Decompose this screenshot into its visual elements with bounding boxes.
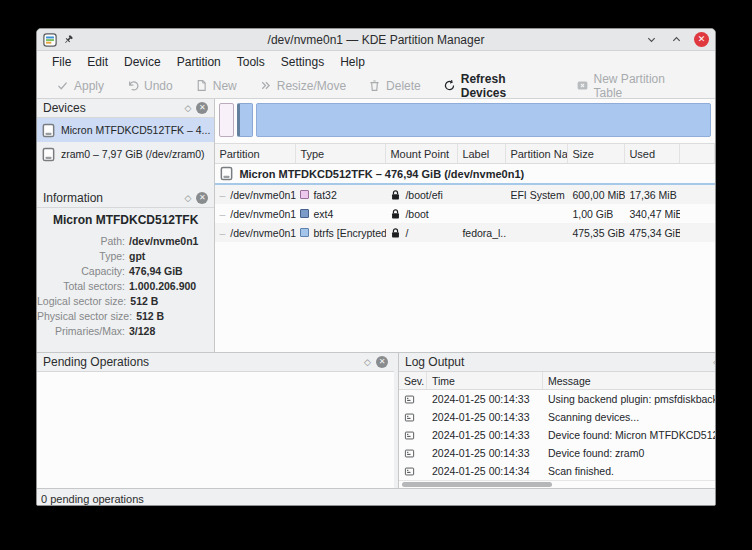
log-column-time[interactable]: Time bbox=[427, 372, 543, 389]
double-chevron-icon bbox=[259, 79, 272, 92]
fs-color-swatch bbox=[300, 209, 309, 218]
partition-table: Partition Type Mount Point Label Partiti… bbox=[215, 143, 715, 352]
info-severity-icon bbox=[399, 426, 427, 444]
log-column-message[interactable]: Message bbox=[543, 372, 716, 389]
info-value: 512 B bbox=[136, 310, 164, 322]
column-header-partition[interactable]: Partition bbox=[215, 144, 296, 163]
trash-icon bbox=[368, 79, 381, 92]
toolbar: Apply Undo New Resize/Move Delete Refres… bbox=[37, 73, 715, 99]
tree-branch: – bbox=[219, 227, 225, 239]
lock-icon bbox=[390, 189, 401, 201]
pending-operations-header: Pending Operations ◇ ✕ bbox=[37, 353, 394, 372]
log-row[interactable]: 2024-01-25 00:14:33 Device found: zram0 bbox=[399, 444, 716, 462]
column-header-size[interactable]: Size bbox=[568, 144, 625, 163]
new-partition-table-button[interactable]: New Partition Table bbox=[567, 70, 705, 102]
pin-icon[interactable] bbox=[63, 34, 74, 45]
menu-help[interactable]: Help bbox=[333, 53, 372, 71]
device-item-zram0[interactable]: zram0 – 7,97 GiB (/dev/zram0) bbox=[37, 142, 214, 166]
info-label: Total sectors: bbox=[37, 280, 129, 292]
overview-segment-ext4[interactable] bbox=[237, 103, 253, 137]
undo-button[interactable]: Undo bbox=[117, 77, 182, 95]
menu-settings[interactable]: Settings bbox=[274, 53, 331, 71]
log-row[interactable]: 2024-01-25 00:14:33 Using backend plugin… bbox=[399, 390, 716, 408]
info-label: Primaries/Max: bbox=[37, 325, 129, 337]
pending-operations-title: Pending Operations bbox=[43, 355, 149, 369]
log-table: Sev. Time Message 2024-01-25 00:14:33 Us… bbox=[399, 372, 716, 488]
info-value: 476,94 GiB bbox=[129, 265, 183, 277]
log-row[interactable]: 2024-01-25 00:14:34 Scan finished. bbox=[399, 462, 716, 480]
fs-color-swatch bbox=[300, 228, 309, 237]
pending-operations-panel: Pending Operations ◇ ✕ bbox=[37, 353, 394, 488]
lock-icon bbox=[390, 208, 401, 220]
pending-operations-list[interactable] bbox=[37, 372, 394, 488]
column-header-partition-name[interactable]: Partition Nam bbox=[506, 144, 568, 163]
column-header-label[interactable]: Label bbox=[458, 144, 506, 163]
device-item-micron[interactable]: Micron MTFDKCD512TFK – 4... bbox=[37, 118, 214, 142]
menu-edit[interactable]: Edit bbox=[80, 53, 115, 71]
log-hscrollbar[interactable] bbox=[402, 482, 552, 487]
devices-panel-header: Devices ◇ ✕ bbox=[37, 99, 214, 118]
log-output-header: Log Output ◇ ✕ bbox=[399, 353, 716, 372]
status-text: 0 pending operations bbox=[41, 493, 144, 505]
float-dock-icon[interactable]: ◇ bbox=[184, 104, 191, 113]
info-severity-icon bbox=[399, 444, 427, 462]
log-table-header: Sev. Time Message bbox=[399, 372, 716, 390]
devices-panel-title: Devices bbox=[43, 101, 86, 115]
close-dock-icon[interactable]: ✕ bbox=[196, 192, 208, 204]
menu-device[interactable]: Device bbox=[117, 53, 168, 71]
device-group-row[interactable]: Micron MTFDKCD512TFK – 476,94 GiB (/dev/… bbox=[215, 164, 715, 185]
partition-table-header: Partition Type Mount Point Label Partiti… bbox=[215, 143, 715, 164]
disk-view: Partition Type Mount Point Label Partiti… bbox=[215, 99, 715, 352]
refresh-icon bbox=[443, 79, 456, 92]
close-icon[interactable]: ✕ bbox=[694, 32, 709, 47]
log-row[interactable]: 2024-01-25 00:14:33 Device found: Micron… bbox=[399, 426, 716, 444]
info-label: Physical sector size: bbox=[37, 310, 136, 322]
titlebar[interactable]: /dev/nvme0n1 — KDE Partition Manager ✕ bbox=[37, 29, 715, 51]
column-header-mount-point[interactable]: Mount Point bbox=[386, 144, 458, 163]
lock-icon bbox=[390, 227, 401, 239]
float-dock-icon[interactable]: ◇ bbox=[184, 194, 191, 203]
column-header-used[interactable]: Used bbox=[625, 144, 680, 163]
left-dock-column: Devices ◇ ✕ Micron MTFDKCD512TFK – 4... … bbox=[37, 99, 215, 352]
float-dock-icon[interactable]: ◇ bbox=[364, 358, 371, 367]
document-icon bbox=[195, 79, 208, 92]
column-header-empty[interactable] bbox=[680, 144, 715, 163]
partition-row-boot[interactable]: –/dev/nvme0n1... ext4 /boot 1,00 GiB 340… bbox=[215, 204, 715, 223]
overview-segment-btrfs[interactable] bbox=[256, 103, 711, 137]
status-bar: 0 pending operations bbox=[37, 488, 715, 506]
bottom-dock-row: Pending Operations ◇ ✕ Log Output ◇ ✕ Se… bbox=[37, 352, 715, 488]
overview-segment-fat32[interactable] bbox=[219, 103, 234, 137]
apply-button[interactable]: Apply bbox=[47, 77, 113, 95]
minimize-icon[interactable] bbox=[644, 32, 659, 47]
log-column-severity[interactable]: Sev. bbox=[399, 372, 427, 389]
new-button[interactable]: New bbox=[186, 77, 246, 95]
maximize-icon[interactable] bbox=[669, 32, 684, 47]
column-header-type[interactable]: Type bbox=[296, 144, 386, 163]
log-row[interactable]: 2024-01-25 00:14:33 Scanning devices... bbox=[399, 408, 716, 426]
menu-tools[interactable]: Tools bbox=[230, 53, 272, 71]
info-value: gpt bbox=[129, 250, 145, 262]
refresh-devices-button[interactable]: Refresh Devices bbox=[434, 70, 563, 102]
fs-color-swatch bbox=[300, 190, 309, 199]
desktop-background: /dev/nvme0n1 — KDE Partition Manager ✕ F… bbox=[0, 0, 752, 550]
resize-move-button[interactable]: Resize/Move bbox=[250, 77, 355, 95]
log-hscrollbar-track[interactable] bbox=[399, 480, 716, 488]
delete-button[interactable]: Delete bbox=[359, 77, 430, 95]
close-dock-icon[interactable]: ✕ bbox=[376, 356, 388, 368]
info-row: Primaries/Max:3/128 bbox=[37, 323, 214, 338]
menu-partition[interactable]: Partition bbox=[170, 53, 228, 71]
information-panel: Information ◇ ✕ Micron MTFDKCD512TFK Pat… bbox=[37, 189, 214, 352]
close-dock-icon[interactable]: ✕ bbox=[196, 102, 208, 114]
partition-row-root[interactable]: –/dev/nvme0n1... btrfs [Encrypted] / fed… bbox=[215, 223, 715, 242]
app-icon bbox=[43, 33, 57, 47]
float-dock-icon[interactable]: ◇ bbox=[713, 358, 716, 367]
device-group-label: Micron MTFDKCD512TFK – 476,94 GiB (/dev/… bbox=[239, 168, 524, 180]
menu-file[interactable]: File bbox=[45, 53, 78, 71]
window-title: /dev/nvme0n1 — KDE Partition Manager bbox=[37, 33, 715, 47]
kde-partition-manager-window: /dev/nvme0n1 — KDE Partition Manager ✕ F… bbox=[36, 28, 716, 506]
info-row: Physical sector size:512 B bbox=[37, 308, 214, 323]
info-severity-icon bbox=[399, 462, 427, 480]
hard-drive-icon bbox=[41, 123, 56, 138]
partition-row-boot-efi[interactable]: –/dev/nvme0n1... fat32 /boot/efi EFI Sys… bbox=[215, 185, 715, 204]
info-device-name: Micron MTFDKCD512TFK bbox=[37, 208, 214, 233]
